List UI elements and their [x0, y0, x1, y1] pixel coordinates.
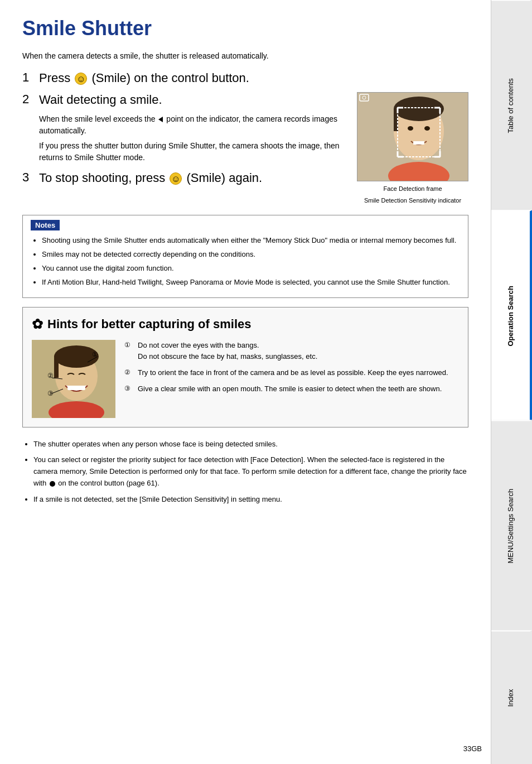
- svg-point-2: [394, 97, 444, 121]
- svg-rect-22: [54, 355, 59, 378]
- page-number: 33GB: [463, 744, 482, 753]
- sidebar-tab-index[interactable]: Index: [491, 631, 532, 765]
- camera-svg: [357, 92, 468, 181]
- hints-title: ✿ Hints for better capturing of smiles: [32, 316, 459, 332]
- extra-bullets: The shutter operates when any person who…: [22, 439, 468, 506]
- hint-item-2: ② Try to orient the face in front of the…: [124, 367, 459, 379]
- step-2-sub-2: If you press the shutter button during S…: [39, 140, 346, 164]
- hints-title-text: Hints for better capturing of smiles: [47, 317, 252, 331]
- smile-icon-1: ☺: [75, 73, 87, 85]
- step-3-number: 3: [22, 170, 33, 185]
- intro-text: When the camera detects a smile, the shu…: [22, 51, 468, 60]
- sidebar-tab-operation-search[interactable]: Operation Search: [491, 210, 532, 421]
- note-item-2: Smiles may not be detected correctly dep…: [42, 249, 460, 261]
- note-item-3: You cannot use the digital zoom function…: [42, 263, 460, 275]
- hint-2-num: ②: [124, 367, 134, 378]
- svg-rect-6: [413, 141, 424, 145]
- notes-list: Shooting using the Smile Shutter ends au…: [31, 235, 460, 288]
- hints-box: ✿ Hints for better capturing of smiles: [22, 307, 468, 427]
- sidebar-tab-table-of-contents[interactable]: Table of contents: [491, 0, 532, 210]
- hints-image: ① ② ③: [32, 340, 115, 418]
- step-1-text: Press ☺ (Smile) on the control button.: [39, 70, 249, 87]
- extra-bullet-1: The shutter operates when any person who…: [33, 439, 468, 450]
- notes-label: Notes: [31, 220, 60, 230]
- toc-label: Table of contents: [506, 78, 515, 133]
- page-title: Smile Shutter: [22, 17, 468, 40]
- step-2-sub-1: When the smile level exceeds the point o…: [39, 113, 346, 137]
- right-sidebar: Table of contents Operation Search MENU/…: [491, 0, 532, 764]
- svg-point-5: [424, 126, 430, 131]
- step-3-text: To stop shooting, press ☺ (Smile) again.: [39, 170, 262, 186]
- hint-item-1: ① Do not cover the eyes with the bangs.D…: [124, 340, 459, 363]
- camera-image-area: Face Detection frame Smile Detection Sen…: [357, 92, 468, 205]
- image-captions: Face Detection frame Smile Detection Sen…: [357, 185, 468, 205]
- hints-svg: ① ② ③: [32, 340, 115, 418]
- hint-item-3: ③ Give a clear smile with an open mouth.…: [124, 383, 459, 395]
- hint-3-num: ③: [124, 383, 134, 394]
- step-2-container: 2 Wait detecting a smile. When the smile…: [22, 92, 468, 205]
- extra-bullet-3: If a smile is not detected, set the [Smi…: [33, 494, 468, 506]
- hints-icon: ✿: [32, 316, 43, 332]
- step-2-left: 2 Wait detecting a smile. When the smile…: [22, 92, 346, 205]
- sidebar-tab-menu-settings[interactable]: MENU/Settings Search: [491, 420, 532, 631]
- camera-image: [357, 92, 468, 181]
- svg-text:②: ②: [47, 372, 54, 379]
- step-2-text: Wait detecting a smile.: [39, 92, 162, 108]
- svg-rect-23: [67, 386, 85, 390]
- triangle-icon: [158, 117, 163, 122]
- op-search-label: Operation Search: [506, 286, 515, 346]
- step-3: 3 To stop shooting, press ☺ (Smile) agai…: [22, 170, 346, 186]
- step-1-number: 1: [22, 70, 33, 85]
- step-2-number: 2: [22, 92, 33, 107]
- hint-1-text: Do not cover the eyes with the bangs.Do …: [138, 340, 317, 363]
- step-2: 2 Wait detecting a smile.: [22, 92, 346, 108]
- hint-3-text: Give a clear smile with an open mouth. T…: [138, 383, 442, 395]
- hint-2-text: Try to orient the face in front of the c…: [138, 367, 448, 379]
- extra-bullet-2: You can select or register the priority …: [33, 454, 468, 489]
- hints-content: ① ② ③ ① Do not cover the eyes with the b…: [32, 340, 459, 418]
- menu-label: MENU/Settings Search: [506, 488, 515, 563]
- caption-face-detection: Face Detection frame: [357, 185, 468, 193]
- dot-icon: [50, 481, 55, 487]
- caption-smile-sensitivity: Smile Detection Sensitivity indicator: [357, 196, 468, 205]
- svg-point-4: [408, 126, 413, 131]
- svg-text:③: ③: [47, 390, 54, 397]
- notes-box: Notes Shooting using the Smile Shutter e…: [22, 215, 468, 297]
- step-1: 1 Press ☺ (Smile) on the control button.: [22, 70, 468, 87]
- smile-icon-3: ☺: [170, 172, 182, 185]
- hints-numbered-list: ① Do not cover the eyes with the bangs.D…: [124, 340, 459, 418]
- hint-1-num: ①: [124, 340, 134, 350]
- note-item-4: If Anti Motion Blur, Hand-held Twilight,…: [42, 277, 460, 289]
- index-label: Index: [506, 689, 515, 707]
- note-item-1: Shooting using the Smile Shutter ends au…: [42, 235, 460, 247]
